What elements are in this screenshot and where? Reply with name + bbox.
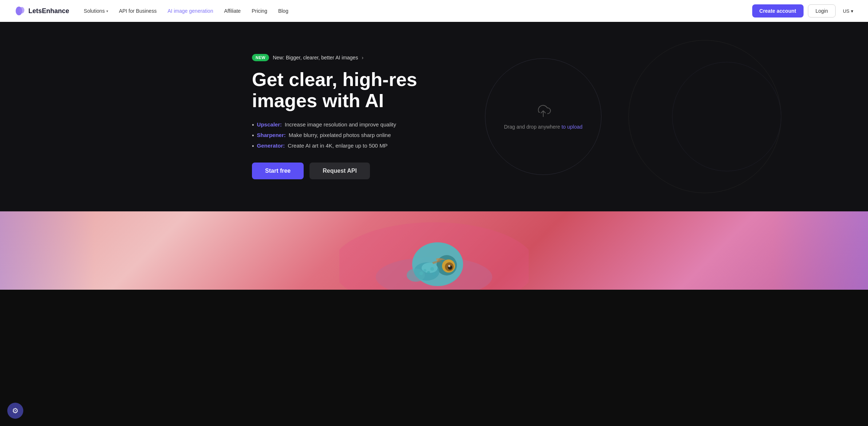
svg-point-14 xyxy=(427,271,430,274)
start-free-button[interactable]: Start free xyxy=(252,163,304,179)
logo-link[interactable]: LetsEnhance xyxy=(15,5,69,16)
hero-features-list: Upscaler: Increase image resolution and … xyxy=(252,121,452,149)
new-badge-row: NEW New: Bigger, clearer, better AI imag… xyxy=(252,54,452,61)
nav-pricing-label: Pricing xyxy=(252,8,267,14)
logo-text: LetsEnhance xyxy=(28,7,69,15)
svg-point-11 xyxy=(407,269,425,282)
svg-point-1 xyxy=(19,7,24,13)
hero-right: Drag and drop anywhere to upload xyxy=(470,58,616,175)
upload-cloud-icon xyxy=(534,103,552,118)
nav-pricing[interactable]: Pricing xyxy=(252,8,267,14)
nav-ai-image-label: AI image generation xyxy=(167,8,213,14)
svg-point-17 xyxy=(419,271,423,275)
login-button[interactable]: Login xyxy=(808,4,836,17)
right-overlay xyxy=(773,211,868,290)
nav-ai-image[interactable]: AI image generation xyxy=(167,8,213,14)
logo-icon xyxy=(15,5,25,16)
language-selector[interactable]: US ▾ xyxy=(843,8,853,14)
navbar-actions: Create account Login US ▾ xyxy=(752,4,853,17)
svg-point-15 xyxy=(423,269,426,272)
nav-blog[interactable]: Blog xyxy=(278,8,288,14)
svg-point-13 xyxy=(430,267,434,271)
left-overlay xyxy=(0,211,95,290)
hero-title: Get clear, high-res images with AI xyxy=(252,69,452,111)
nav-solutions-label: Solutions xyxy=(84,8,105,14)
hero-left: NEW New: Bigger, clearer, better AI imag… xyxy=(252,54,452,179)
upload-link[interactable]: to upload xyxy=(561,124,583,130)
nav-solutions[interactable]: Solutions ▾ xyxy=(84,8,108,14)
navbar: LetsEnhance Solutions ▾ API for Business… xyxy=(0,0,868,22)
new-badge: NEW xyxy=(252,54,269,61)
feature-upscaler-label: Upscaler: xyxy=(257,121,282,128)
feature-sharpener-label: Sharpener: xyxy=(257,132,286,138)
nav-blog-label: Blog xyxy=(278,8,288,14)
chameleon-illustration xyxy=(339,211,529,290)
bottom-image-section xyxy=(0,211,868,290)
lang-chevron-icon: ▾ xyxy=(851,8,853,14)
navbar-nav: Solutions ▾ API for Business AI image ge… xyxy=(84,8,752,14)
nav-affiliate-label: Affiliate xyxy=(224,8,241,14)
feature-sharpener-text: Make blurry, pixelated photos sharp onli… xyxy=(289,132,391,138)
svg-point-16 xyxy=(432,272,436,276)
hero-buttons: Start free Request API xyxy=(252,163,452,179)
request-api-button[interactable]: Request API xyxy=(309,163,370,179)
hero-inner: NEW New: Bigger, clearer, better AI imag… xyxy=(201,54,667,179)
feature-sharpener: Sharpener: Make blurry, pixelated photos… xyxy=(252,132,452,139)
feature-generator-text: Create AI art in 4K, enlarge up to 500 M… xyxy=(288,142,387,149)
nav-affiliate[interactable]: Affiliate xyxy=(224,8,241,14)
new-badge-text: New: Bigger, clearer, better AI images xyxy=(273,55,358,60)
upload-dropzone[interactable]: Drag and drop anywhere to upload xyxy=(485,58,601,175)
upload-text: Drag and drop anywhere to upload xyxy=(504,124,583,130)
feature-generator: Generator: Create AI art in 4K, enlarge … xyxy=(252,142,452,149)
nav-api-label: API for Business xyxy=(119,8,157,14)
hero-section: NEW New: Bigger, clearer, better AI imag… xyxy=(0,22,868,211)
feature-upscaler: Upscaler: Increase image resolution and … xyxy=(252,121,452,128)
lang-label: US xyxy=(843,8,849,14)
chevron-down-icon: ▾ xyxy=(106,9,108,13)
nav-api[interactable]: API for Business xyxy=(119,8,157,14)
create-account-button[interactable]: Create account xyxy=(752,4,804,17)
feature-upscaler-text: Increase image resolution and improve qu… xyxy=(285,121,396,128)
svg-point-9 xyxy=(448,265,450,267)
feature-generator-label: Generator: xyxy=(257,142,285,149)
image-background xyxy=(0,211,868,290)
image-display-area xyxy=(0,211,868,290)
decorative-circle-inner xyxy=(672,62,781,171)
chevron-right-icon: › xyxy=(362,55,363,60)
